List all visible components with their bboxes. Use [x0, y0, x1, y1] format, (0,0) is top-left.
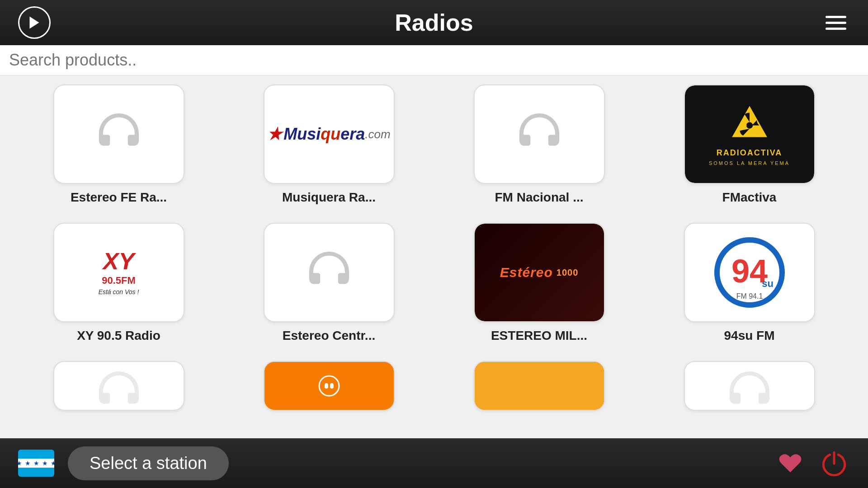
app-header: Radios [0, 0, 868, 45]
station-label-xy-radio: XY 90.5 Radio [77, 328, 160, 343]
partial-card-3[interactable] [448, 361, 631, 411]
station-image-fm-nacional [474, 84, 605, 184]
station-card-estereo-mil[interactable]: Estéreo 1000 ESTEREO MIL... [448, 223, 631, 343]
station-image-estereo-centr [264, 223, 395, 322]
svg-rect-9 [330, 383, 334, 389]
station-card-musiquera[interactable]: ★ Musiquera .com Musiquera Ra... [237, 84, 420, 205]
favorite-button[interactable] [776, 449, 805, 478]
station-image-xy-radio: XY 90.5FM Está con Vos ! [53, 223, 184, 322]
station-grid: Estereo FE Ra... ★ Musiquera .com Musiqu… [27, 84, 841, 343]
station-image-94su-fm: 94 su FM 94.1 [684, 223, 815, 322]
svg-rect-8 [325, 383, 328, 389]
station-label-estereo-centr: Estereo Centr... [283, 328, 375, 343]
svg-text:FM 94.1: FM 94.1 [736, 292, 763, 300]
station-image-fmactiva: RADIOACTIVA SOMOS LA MERA YEMA [684, 84, 815, 184]
station-label-estereo-fe: Estereo FE Ra... [71, 190, 167, 205]
partial-image-1 [53, 361, 184, 411]
svg-point-7 [319, 376, 339, 396]
partial-image-2 [264, 361, 395, 411]
bottom-controls [776, 447, 850, 479]
station-status-label: Select a station [68, 446, 229, 480]
partial-image-3 [474, 361, 605, 411]
partial-image-4 [684, 361, 815, 411]
station-card-estereo-centr[interactable]: Estereo Centr... [237, 223, 420, 343]
bottom-bar: ★ ★ ★ ★ ★ Select a station [0, 438, 868, 488]
station-image-estereo-fe [53, 84, 184, 184]
power-button[interactable] [818, 447, 850, 479]
search-input[interactable] [9, 51, 859, 70]
station-label-fmactiva: FMactiva [722, 190, 777, 205]
station-label-estereo-mil: ESTEREO MIL... [491, 328, 587, 343]
station-label-94su-fm: 94su FM [724, 328, 774, 343]
station-label-musiquera: Musiquera Ra... [282, 190, 376, 205]
play-button[interactable] [18, 6, 51, 39]
station-image-musiquera: ★ Musiquera .com [264, 84, 395, 184]
menu-button[interactable] [822, 12, 850, 33]
station-grid-area: Estereo FE Ra... ★ Musiquera .com Musiqu… [0, 75, 868, 438]
station-card-xy-radio[interactable]: XY 90.5FM Está con Vos ! XY 90.5 Radio [27, 223, 210, 343]
partial-card-4[interactable] [658, 361, 841, 411]
svg-text:su: su [762, 278, 774, 289]
station-image-estereo-mil: Estéreo 1000 [474, 223, 605, 322]
svg-marker-0 [30, 17, 39, 29]
partial-card-1[interactable] [27, 361, 210, 411]
station-card-fm-nacional[interactable]: FM Nacional ... [448, 84, 631, 205]
partial-row [27, 361, 841, 411]
station-card-estereo-fe[interactable]: Estereo FE Ra... [27, 84, 210, 205]
svg-point-2 [746, 122, 752, 128]
page-title: Radios [395, 9, 473, 36]
partial-card-2[interactable] [237, 361, 420, 411]
country-flag: ★ ★ ★ ★ ★ [18, 450, 54, 477]
station-label-fm-nacional: FM Nacional ... [495, 190, 583, 205]
station-card-94su-fm[interactable]: 94 su FM 94.1 94su FM [658, 223, 841, 343]
search-bar [0, 45, 868, 75]
station-card-fmactiva[interactable]: RADIOACTIVA SOMOS LA MERA YEMA FMactiva [658, 84, 841, 205]
